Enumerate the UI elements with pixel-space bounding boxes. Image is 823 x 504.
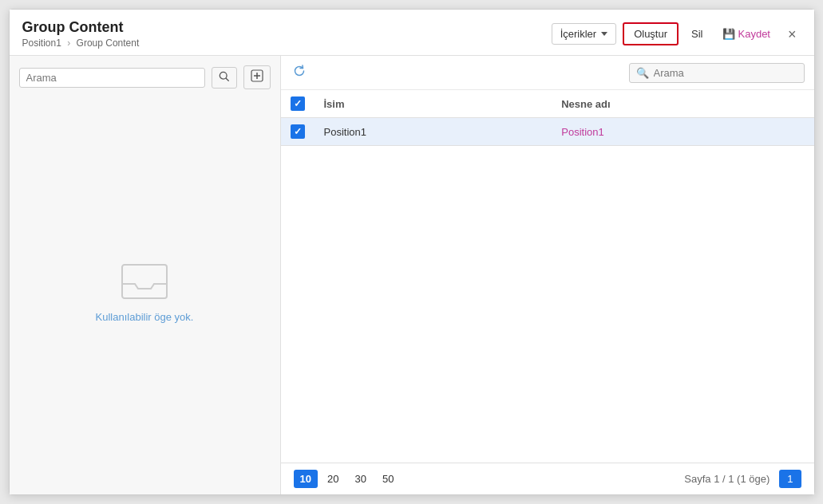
icerikler-label: İçerikler (560, 28, 597, 40)
left-search-input[interactable] (26, 72, 198, 84)
page-size-10[interactable]: 10 (294, 470, 318, 488)
table-container: İsim Nesne adı Position1 Position1 (281, 90, 814, 463)
modal-actions: İçerikler Oluştur Sil 💾 Kaydet × (552, 22, 801, 45)
empty-state: Kullanılabilir öge yok. (19, 99, 271, 485)
olustur-button[interactable]: Oluştur (623, 22, 679, 45)
breadcrumb-parent: Position1 (22, 37, 61, 49)
pagination-bar: 10 20 30 50 Sayfa 1 / 1 (1 öge) 1 (281, 463, 814, 494)
modal-title: Group Content (22, 19, 140, 36)
kaydet-button[interactable]: 💾 Kaydet (716, 24, 777, 44)
left-search-input-wrapper[interactable] (19, 68, 205, 88)
header-checkbox[interactable] (291, 96, 305, 111)
row-checkbox-cell[interactable] (281, 118, 315, 146)
table-body: Position1 Position1 (281, 118, 814, 146)
right-panel: 🔍 İsim (281, 56, 814, 494)
right-search-icon: 🔍 (636, 67, 649, 79)
breadcrumb-separator: › (67, 37, 73, 49)
svg-line-1 (226, 78, 228, 81)
modal-title-section: Group Content Position1 › Group Content (22, 19, 140, 49)
left-search-button[interactable] (212, 67, 237, 89)
row-object-name: Position1 (552, 118, 813, 146)
right-search-wrapper[interactable]: 🔍 (629, 63, 805, 83)
row-name: Position1 (315, 118, 552, 146)
add-icon (251, 69, 263, 82)
page-1-button[interactable]: 1 (779, 470, 801, 488)
refresh-icon (292, 64, 307, 78)
header-name: İsim (315, 90, 552, 118)
sil-button[interactable]: Sil (685, 24, 709, 44)
chevron-down-icon (601, 32, 607, 36)
page-size-20[interactable]: 20 (321, 470, 345, 488)
close-button[interactable]: × (783, 26, 801, 43)
data-table: İsim Nesne adı Position1 Position1 (281, 90, 814, 146)
page-size-30[interactable]: 30 (348, 470, 372, 488)
header-checkbox-col (281, 90, 315, 118)
save-icon: 💾 (722, 28, 735, 40)
left-panel: Kullanılabilir öge yok. (10, 56, 281, 494)
modal-header: Group Content Position1 › Group Content … (10, 10, 814, 56)
add-button[interactable] (243, 65, 271, 89)
svg-rect-5 (122, 265, 167, 298)
header-object-name: Nesne adı (552, 90, 813, 118)
icerikler-button[interactable]: İçerikler (552, 23, 617, 45)
search-icon (219, 71, 230, 82)
modal-container: Group Content Position1 › Group Content … (9, 9, 815, 495)
table-row[interactable]: Position1 Position1 (281, 118, 814, 146)
row-checkbox[interactable] (291, 124, 305, 139)
breadcrumb-current: Group Content (77, 37, 140, 49)
breadcrumb: Position1 › Group Content (22, 37, 140, 49)
refresh-button[interactable] (291, 62, 308, 83)
right-search-input[interactable] (654, 67, 797, 79)
page-size-50[interactable]: 50 (376, 470, 400, 488)
left-search-bar (19, 65, 271, 89)
page-info: Sayfa 1 / 1 (1 öge) (684, 473, 770, 485)
inbox-icon (119, 262, 170, 301)
empty-text: Kullanılabilir öge yok. (96, 311, 194, 323)
kaydet-label: Kaydet (738, 28, 770, 40)
table-header-row: İsim Nesne adı (281, 90, 814, 118)
modal-body: Kullanılabilir öge yok. 🔍 (10, 56, 814, 494)
right-toolbar: 🔍 (281, 56, 814, 90)
